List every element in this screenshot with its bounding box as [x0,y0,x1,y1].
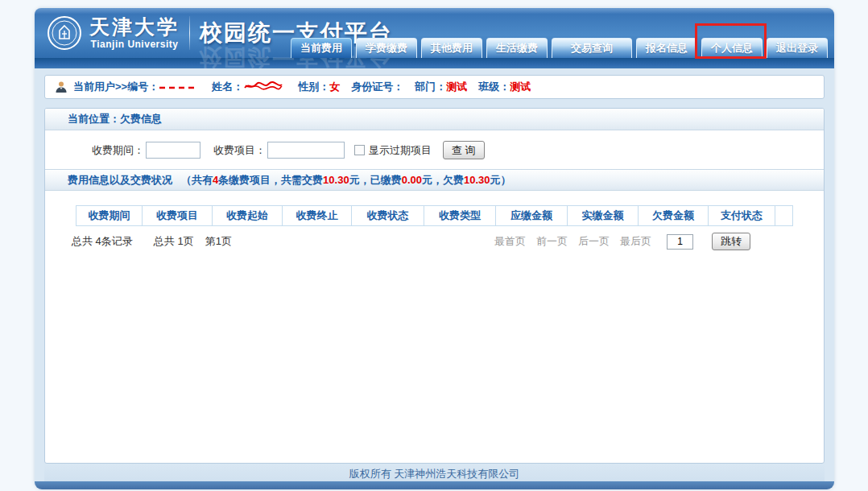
user-gender-value: 女 [329,80,340,93]
app-header: 天津大学 Tianjin University 校园统一支付平台 校园统一支付平… [35,8,834,68]
breadcrumb: 当前位置：欠费信息 [45,109,824,130]
fee-period-label: 收费期间： [92,143,144,158]
user-idcard-label: 身份证号： [351,80,403,93]
first-page-link[interactable]: 最首页 [494,234,526,249]
user-gender-label: 性别： [298,80,329,93]
fee-table: 收费期间收费项目收费起始收费终止收费状态收费类型应缴金额实缴金额欠费金额支付状态 [76,205,793,226]
current-user-bar: 当前用户>>编号： 姓名： 性别：女 身份证号： 部门：测试 班级：测试 [44,75,825,99]
total-paid: 0.00 [402,174,422,186]
user-name-label: 姓名： [212,80,243,93]
record-count: 总共 4条记录 [72,234,133,249]
tab-other-fees[interactable]: 其他费用 [421,38,482,58]
show-expired-checkbox[interactable] [354,145,365,155]
tab-logout[interactable]: 退出登录 [767,38,828,58]
fee-table-column-header: 实缴金额 [568,206,639,226]
redacted-id-scribble [159,81,197,93]
header-bottom-band [35,58,834,68]
university-name-cn: 天津大学 [89,16,180,39]
page-number-input[interactable] [667,234,693,250]
total-owed: 10.30 [464,174,490,186]
last-page-link[interactable]: 最后页 [620,234,651,249]
pagination: 总共 4条记录 总共 1页 第1页 最首页 前一页 后一页 最后页 跳转 [45,233,824,250]
user-class-value: 测试 [510,80,531,93]
fee-table-column-header: 收费终止 [283,206,352,226]
nav-tabs: 当前费用学费缴费其他费用生活缴费交易查询报名信息个人信息退出登录 [291,38,828,58]
fee-table-header-row: 收费期间收费项目收费起始收费终止收费状态收费类型应缴金额实缴金额欠费金额支付状态 [76,206,793,226]
user-icon [55,80,68,93]
fee-table-column-header: 收费状态 [352,206,424,226]
university-name: 天津大学 Tianjin University [89,16,180,50]
fee-table-column-header: 收费项目 [143,206,213,226]
tab-personal-info[interactable]: 个人信息 [701,38,763,58]
tab-transaction-query[interactable]: 交易查询 [552,38,632,58]
search-form: 收费期间： 收费项目： 显示过期项目 查 询 [45,130,824,169]
university-seal-icon [46,14,83,52]
app-window: 天津大学 Tianjin University 校园统一支付平台 校园统一支付平… [35,8,834,489]
fee-table-column-header: 收费期间 [76,206,143,226]
prev-page-link[interactable]: 前一页 [536,234,568,249]
total-due: 10.30 [323,174,349,186]
main-panel: 当前位置：欠费信息 收费期间： 收费项目： 显示过期项目 查 询 费用信息以及交… [44,108,825,464]
query-button[interactable]: 查 询 [443,141,485,159]
fee-period-input[interactable] [146,142,200,159]
fee-summary-bar: 费用信息以及交费状况 （共有4条缴费项目，共需交费10.30元，已缴费0.00元… [45,169,824,191]
jump-button[interactable]: 跳转 [712,233,750,250]
user-id-label: 编号： [127,80,159,93]
bottom-strip [35,481,834,489]
tab-tuition-payment[interactable]: 学费缴费 [356,38,417,58]
fee-table-column-header: 支付状态 [709,206,775,226]
tab-current-fees[interactable]: 当前费用 [291,38,352,58]
show-expired-label: 显示过期项目 [369,143,432,158]
fee-table-column-header: 欠费金额 [639,206,709,226]
fee-item-input[interactable] [267,142,345,159]
user-dept-value: 测试 [446,80,467,93]
fee-table-column-header [775,206,793,226]
current-user-prefix: 当前用户>> [73,80,127,93]
redacted-name-scribble [243,80,283,94]
page-count: 总共 1页 [154,234,194,249]
fee-table-column-header: 收费起始 [213,206,283,226]
tab-registration-info[interactable]: 报名信息 [636,38,697,58]
user-class-label: 班级： [478,80,510,93]
brand-divider [189,16,190,50]
fee-table-column-header: 收费类型 [424,206,496,226]
fee-item-label: 收费项目： [213,143,266,158]
app-body: 当前用户>>编号： 姓名： 性别：女 身份证号： 部门：测试 班级：测试 当前位… [35,68,834,484]
university-name-en: Tianjin University [89,39,180,50]
fee-summary-title: 费用信息以及交费状况 [68,174,172,186]
next-page-link[interactable]: 后一页 [578,234,610,249]
tab-living-payment[interactable]: 生活缴费 [486,38,548,58]
user-dept-label: 部门： [415,80,446,93]
current-page: 第1页 [205,234,232,249]
fee-table-column-header: 应缴金额 [496,206,568,226]
